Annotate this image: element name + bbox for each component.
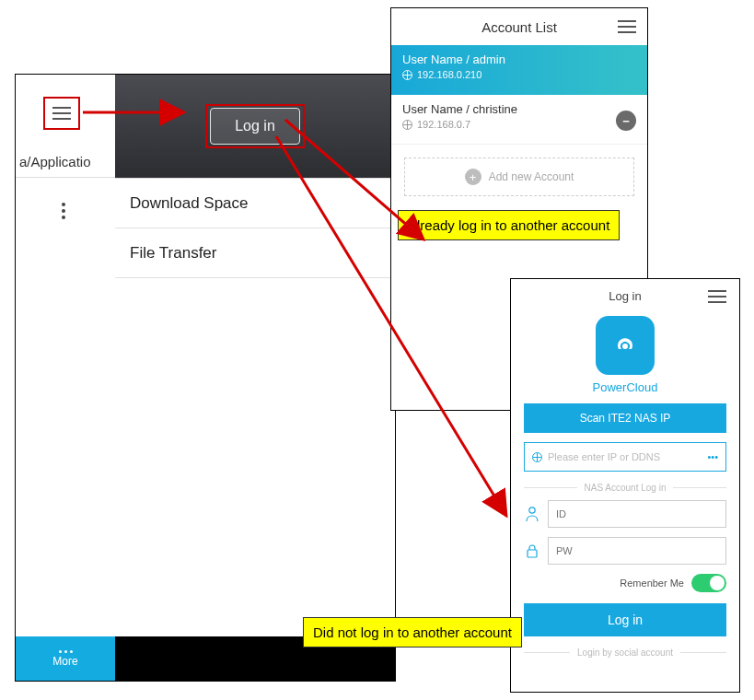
- main-panel: Log in Download Space File Transfer: [115, 75, 395, 681]
- login-title: Log in: [609, 289, 641, 303]
- callout-not-logged-in: Did not log in to another account: [303, 617, 522, 648]
- account-list-header: Account List: [391, 8, 647, 45]
- login-submit-button[interactable]: Log in: [524, 603, 726, 636]
- more-tab[interactable]: More: [16, 636, 115, 681]
- hamburger-icon[interactable]: [708, 290, 726, 303]
- menu-list: Download Space File Transfer: [115, 178, 395, 278]
- account-row[interactable]: User Name / christine 192.168.0.7 −: [391, 95, 647, 145]
- hero-header: Log in: [115, 75, 395, 178]
- menu-item-download-space[interactable]: Download Space: [115, 179, 395, 228]
- more-tab-label: More: [52, 655, 77, 668]
- svg-point-0: [529, 508, 535, 513]
- ip-placeholder: Please enter IP or DDNS: [548, 451, 660, 462]
- svg-rect-1: [528, 550, 537, 557]
- truncated-tab-label: a/Applicatio: [16, 146, 115, 178]
- remember-me-row: Remenber Me: [524, 574, 726, 592]
- globe-icon: [532, 452, 542, 462]
- account-row-active[interactable]: User Name / admin 192.168.0.210: [391, 45, 647, 95]
- section-label: NAS Account Log in: [524, 483, 726, 493]
- login-screen: Log in PowerCloud Scan ITE2 NAS IP Pleas…: [510, 278, 740, 693]
- overflow-icon[interactable]: [62, 200, 65, 222]
- globe-icon: [402, 120, 412, 130]
- app-logo: [596, 316, 655, 375]
- plus-icon: +: [465, 169, 481, 185]
- id-input[interactable]: [548, 500, 726, 528]
- id-field-row: [524, 500, 726, 528]
- lock-icon: [524, 542, 540, 559]
- user-icon: [524, 506, 540, 522]
- sidebar-phone-screen: a/Applicatio More Log in Download Space …: [15, 74, 396, 682]
- add-account-label: Add new Account: [489, 170, 574, 183]
- pw-input[interactable]: [548, 537, 726, 565]
- sidebar: a/Applicatio More: [16, 75, 115, 681]
- hamburger-icon[interactable]: [618, 20, 636, 33]
- remove-account-button[interactable]: −: [616, 111, 636, 131]
- remember-label: Remenber Me: [620, 578, 684, 589]
- add-account-button[interactable]: + Add new Account: [404, 158, 634, 196]
- callout-already-logged-in: Already log in to another account: [398, 210, 620, 240]
- menu-item-file-transfer[interactable]: File Transfer: [115, 228, 395, 278]
- hamburger-icon[interactable]: [52, 107, 71, 120]
- app-name: PowerCloud: [524, 380, 726, 394]
- globe-icon: [402, 70, 412, 80]
- account-ip: 192.168.0.7: [417, 119, 470, 130]
- account-ip: 192.168.0.210: [417, 69, 481, 80]
- account-list-title: Account List: [481, 19, 557, 35]
- remember-toggle[interactable]: [691, 574, 726, 592]
- social-section: Login by social account: [524, 648, 726, 658]
- account-name: User Name / christine: [402, 102, 636, 116]
- hamburger-highlight: [43, 97, 80, 130]
- login-highlight: [205, 104, 305, 148]
- ip-input[interactable]: Please enter IP or DDNS •••: [524, 442, 726, 472]
- pw-field-row: [524, 537, 726, 565]
- account-name: User Name / admin: [402, 52, 636, 66]
- scan-ip-button[interactable]: Scan ITE2 NAS IP: [524, 403, 726, 433]
- more-icon[interactable]: •••: [707, 451, 718, 462]
